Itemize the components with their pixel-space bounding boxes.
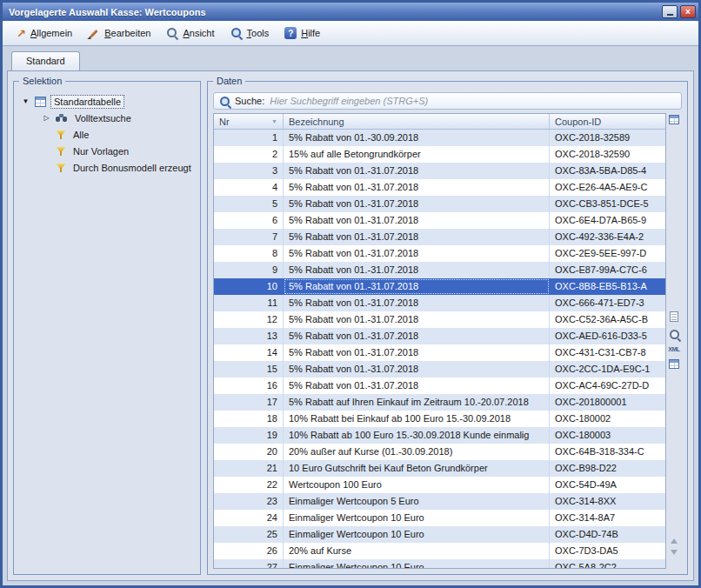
table-row[interactable]: 85% Rabatt von 01.-31.07.2018OXC-2E9-5EE…	[214, 245, 665, 262]
menu-item-bearbeiten[interactable]: Bearbeiten	[81, 25, 157, 42]
table-row[interactable]: 75% Rabatt von 01.-31.07.2018OXC-492-336…	[214, 229, 665, 245]
cell-nr: 26	[214, 543, 284, 559]
daten-group-label: Daten	[213, 76, 245, 86]
cell-coupon-id: OXC-2018-32590	[550, 146, 665, 163]
menu-item-allgemein[interactable]: ↗Allgemein	[10, 25, 79, 42]
menu-item-label: Allgemein	[30, 28, 72, 38]
column-chooser-icon[interactable]	[669, 115, 679, 124]
menu-item-ansicht[interactable]: Ansicht	[159, 24, 221, 42]
cell-coupon-id: OXC-CB3-851-DCE-5	[550, 196, 665, 212]
daten-group: Daten Suche: Hier Suchbegriff eingeben (…	[207, 81, 688, 575]
table-row[interactable]: 35% Rabatt von 01.-31.07.2018OXC-83A-5BA…	[214, 163, 665, 179]
grid-view-icon[interactable]	[669, 359, 679, 369]
cell-nr: 15	[214, 361, 284, 378]
column-header-nr[interactable]: Nr ▼	[214, 114, 284, 129]
tree-item-alle[interactable]: Alle	[19, 126, 195, 143]
table-row[interactable]: 2020% außer auf Kurse (01.-30.09.2018)OX…	[214, 444, 665, 460]
menu-item-hilfe[interactable]: Hilfe	[277, 24, 327, 42]
table-row[interactable]: 15% Rabatt von 01.-30.09.2018OXC-2018-32…	[214, 130, 665, 146]
minimize-icon	[667, 14, 673, 16]
tree-item-volltextsuche[interactable]: ▷Volltextsuche	[19, 110, 195, 126]
edit-pencil-icon	[88, 28, 100, 39]
cell-bezeichnung: 15% auf alle Betongrundkörper	[284, 146, 550, 163]
cell-bezeichnung: 10 Euro Gutschrift bei Kauf Beton Grundk…	[284, 460, 550, 477]
tab-standard[interactable]: Standard	[11, 51, 80, 70]
table-row[interactable]: 1810% Rabatt bei Einkauf ab 100 Euro 15.…	[214, 411, 665, 427]
cell-bezeichnung: 5% Rabatt von 01.-31.07.2018	[284, 378, 550, 394]
table-row[interactable]: 105% Rabatt von 01.-31.07.2018OXC-8B8-EB…	[214, 278, 665, 295]
table-row[interactable]: 125% Rabatt von 01.-31.07.2018OXC-C52-36…	[214, 311, 665, 328]
search-bar[interactable]: Suche: Hier Suchbegriff eingeben (STRG+S…	[213, 92, 682, 110]
cell-nr: 11	[214, 295, 284, 311]
table-row[interactable]: 2110 Euro Gutschrift bei Kauf Beton Grun…	[214, 460, 665, 477]
table-row[interactable]: 25Einmaliger Wertcoupon 10 EuroOXC-D4D-7…	[214, 526, 665, 543]
cell-nr: 21	[214, 460, 284, 477]
cell-bezeichnung: 5% Rabatt auf Ihren Einkauf im Zeitraum …	[284, 394, 550, 411]
cell-coupon-id: OXC-201800001	[550, 394, 665, 411]
scroll-buttons	[671, 538, 678, 555]
close-button[interactable]: ×	[680, 5, 696, 18]
expander-icon[interactable]: ▷	[42, 114, 51, 122]
cell-nr: 24	[214, 510, 284, 526]
cell-bezeichnung: 5% Rabatt von 01.-31.07.2018	[284, 278, 550, 295]
tree-item-label: Alle	[70, 129, 91, 141]
table-row[interactable]: 22Wertcoupon 100 EuroOXC-54D-49A	[214, 477, 665, 493]
column-header-coupon-id[interactable]: Coupon-ID	[550, 114, 665, 129]
table-row[interactable]: 45% Rabatt von 01.-31.07.2018OXC-E26-4A5…	[214, 179, 665, 196]
tree-item-durch-bonusmodell-erzeugt[interactable]: Durch Bonusmodell erzeugt	[19, 159, 195, 176]
cell-bezeichnung: 5% Rabatt von 01.-31.07.2018	[284, 212, 550, 229]
zoom-icon[interactable]	[669, 329, 679, 339]
cell-nr: 3	[214, 163, 284, 179]
table-row[interactable]: 1910% Rabatt ab 100 Euro 15.-30.09.2018 …	[214, 427, 665, 444]
cell-nr: 14	[214, 344, 284, 361]
cell-bezeichnung: 5% Rabatt von 01.-31.07.2018	[284, 163, 550, 179]
table-row[interactable]: 23Einmaliger Wertcoupon 5 EuroOXC-314-8X…	[214, 493, 665, 510]
search-icon	[219, 96, 230, 106]
expander-icon[interactable]: ▼	[21, 97, 30, 105]
table-row[interactable]: 155% Rabatt von 01.-31.07.2018OXC-2CC-1D…	[214, 361, 665, 378]
table-row[interactable]: 135% Rabatt von 01.-31.07.2018OXC-AED-61…	[214, 328, 665, 344]
column-header-bezeichnung[interactable]: Bezeichnung	[284, 114, 550, 129]
cell-nr: 23	[214, 493, 284, 510]
menu-item-tools[interactable]: Tools	[224, 24, 277, 42]
cell-coupon-id: OXC-B98-D22	[550, 460, 665, 477]
minimize-button[interactable]	[662, 5, 678, 18]
menu-item-label: Hilfe	[301, 28, 320, 38]
table-row[interactable]: 115% Rabatt von 01.-31.07.2018OXC-666-47…	[214, 295, 665, 311]
tree-item-standardtabelle[interactable]: ▼Standardtabelle	[19, 93, 195, 110]
card-view-icon[interactable]	[670, 311, 678, 322]
xml-export-icon[interactable]: XML	[668, 346, 679, 352]
cell-bezeichnung: Einmaliger Wertcoupon 10 Euro	[284, 526, 550, 543]
table-row[interactable]: 27Einmaliger Wertcoupon 10 EuroOXC-5A8-2…	[214, 559, 665, 568]
cell-coupon-id: OXC-2018-32589	[550, 130, 665, 146]
search-label: Suche:	[235, 96, 264, 106]
cell-coupon-id: OXC-314-8XX	[550, 493, 665, 510]
filter-icon	[56, 130, 66, 140]
table-row[interactable]: 65% Rabatt von 01.-31.07.2018OXC-6E4-D7A…	[214, 212, 665, 229]
table-row[interactable]: 165% Rabatt von 01.-31.07.2018OXC-AC4-69…	[214, 378, 665, 394]
arrow-up-right-icon: ↗	[17, 28, 26, 39]
table-row[interactable]: 215% auf alle BetongrundkörperOXC-2018-3…	[214, 146, 665, 163]
scroll-up-button[interactable]	[671, 538, 678, 544]
cell-nr: 19	[214, 427, 284, 444]
cell-bezeichnung: 5% Rabatt von 01.-30.09.2018	[284, 130, 550, 146]
table-row[interactable]: 175% Rabatt auf Ihren Einkauf im Zeitrau…	[214, 394, 665, 411]
cell-coupon-id: OXC-2CC-1DA-E9C-1	[550, 361, 665, 378]
cell-nr: 16	[214, 378, 284, 394]
table-row[interactable]: 2620% auf KurseOXC-7D3-DA5	[214, 543, 665, 559]
scroll-down-button[interactable]	[671, 550, 678, 555]
cell-nr: 12	[214, 311, 284, 328]
content-panel: Selektion ▼Standardtabelle▷Volltextsuche…	[7, 70, 694, 581]
table-row[interactable]: 145% Rabatt von 01.-31.07.2018OXC-431-C3…	[214, 344, 665, 361]
cell-coupon-id: OXC-8B8-EB5-B13-A	[550, 278, 665, 295]
tree-item-nur-vorlagen[interactable]: Nur Vorlagen	[19, 143, 195, 159]
cell-coupon-id: OXC-314-8A7	[550, 510, 665, 526]
titlebar[interactable]: Vorgelagerte Auswahl Kasse: Wertcoupons …	[3, 3, 698, 21]
table-row[interactable]: 24Einmaliger Wertcoupon 10 EuroOXC-314-8…	[214, 510, 665, 526]
cell-bezeichnung: 5% Rabatt von 01.-31.07.2018	[284, 229, 550, 245]
tree-item-label: Standardtabelle	[50, 95, 124, 109]
cell-coupon-id: OXC-D4D-74B	[550, 526, 665, 543]
table-row[interactable]: 55% Rabatt von 01.-31.07.2018OXC-CB3-851…	[214, 196, 665, 212]
fulltext-search-icon	[56, 113, 68, 124]
table-row[interactable]: 95% Rabatt von 01.-31.07.2018OXC-E87-99A…	[214, 262, 665, 278]
